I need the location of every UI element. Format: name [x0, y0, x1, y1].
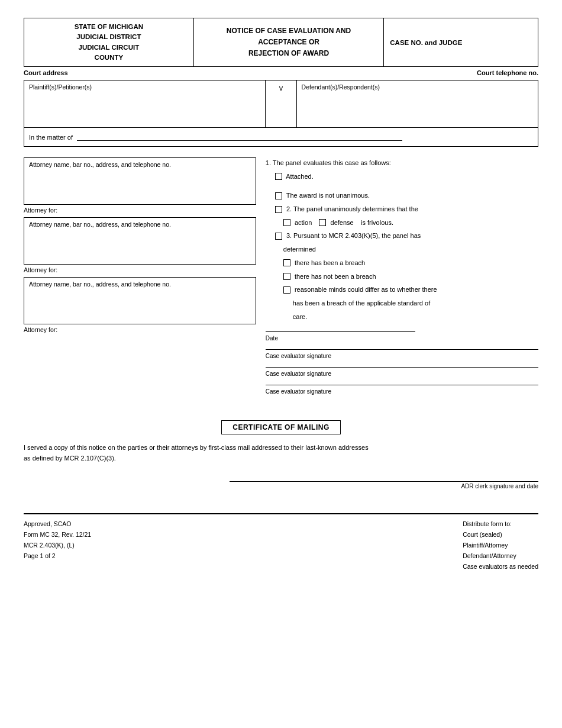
checkbox-action	[283, 219, 290, 226]
panel-item2: 2. The panel unanimously determines that…	[275, 204, 538, 215]
header-middle-line1: NOTICE OF CASE EVALUATION AND	[227, 27, 351, 35]
header-left: STATE OF MICHIGAN JUDICIAL DISTRICT JUDI…	[24, 18, 194, 67]
checkbox-no-breach	[283, 273, 290, 280]
attorney-for-3: Attorney for:	[24, 324, 256, 337]
panel-column: 1. The panel evaluates this case as foll…	[266, 157, 538, 402]
date-label: Date	[266, 333, 538, 343]
sig-label-3: Case evaluator signature	[266, 386, 538, 397]
footer-defendant-atty: Defendant/Attorney	[463, 551, 538, 562]
sig-label-2: Case evaluator signature	[266, 369, 538, 379]
attorney-box-label-2: Attorney name, bar no., address, and tel…	[29, 221, 171, 228]
footer-distribute: Distribute form to:	[463, 519, 538, 530]
panel-item1-attached: Attached.	[275, 171, 538, 182]
panel-attached-label: Attached.	[286, 173, 313, 180]
cert-title: CERTIFICATE OF MAILING	[221, 420, 340, 434]
court-address-row: Court address Court telephone no.	[24, 69, 538, 76]
adr-sig-area: ADR clerk signature and date	[24, 481, 538, 489]
sig-line-2	[266, 367, 538, 368]
matter-label: In the matter of	[29, 134, 73, 141]
header-left-line4: COUNTY	[95, 54, 124, 61]
header-left-line2: JUDICIAL DISTRICT	[76, 33, 141, 40]
checkbox-item3	[275, 233, 282, 240]
panel-item2-options: action defense is frivolous.	[283, 217, 538, 228]
attorney-box-2: Attorney name, bar no., address, and tel…	[24, 217, 256, 265]
sig-label-1: Case evaluator signature	[266, 351, 538, 361]
footer-form: Form MC 32, Rev. 12/21	[24, 530, 91, 540]
court-telephone-label: Court telephone no.	[477, 69, 538, 76]
attorney-for-1: Attorney for:	[24, 205, 256, 217]
panel-unanimous: The award is not unanimous.	[275, 190, 538, 201]
checkbox-attached	[275, 173, 282, 180]
panel-item3-reasonable: reasonable minds could differ as to whet…	[283, 284, 538, 295]
panel-section: 1. The panel evaluates this case as foll…	[266, 157, 538, 397]
panel-no-breach-label: there has not been a breach	[295, 273, 376, 280]
footer-left: Approved, SCAO Form MC 32, Rev. 12/21 MC…	[24, 519, 91, 572]
attorney-for-label-3: Attorney for:	[24, 326, 57, 333]
adr-sig-line	[230, 481, 538, 482]
plaintiff-label: Plaintiff(s)/Petitioner(s)	[29, 83, 92, 91]
panel-item3-breach: there has been a breach	[283, 257, 538, 269]
sig-line-1	[266, 349, 538, 350]
panel-determined-label: determined	[283, 246, 316, 253]
footer-court: Court (sealed)	[463, 530, 538, 540]
panel-breach-label: there has been a breach	[295, 259, 365, 266]
matter-underline	[77, 133, 402, 141]
attorney-box-label-1: Attorney name, bar no., address, and tel…	[29, 161, 171, 168]
panel-item3-care: care.	[293, 311, 538, 323]
cert-body-2: as defined by MCR 2.107(C)(3).	[24, 455, 116, 462]
header-middle: NOTICE OF CASE EVALUATION AND ACCEPTANCE…	[193, 18, 384, 67]
sig-section: Date Case evaluator signature Case evalu…	[266, 331, 538, 397]
footer: Approved, SCAO Form MC 32, Rev. 12/21 MC…	[24, 513, 538, 572]
attorney-for-label-2: Attorney for:	[24, 266, 57, 273]
sig-line-3	[266, 385, 538, 385]
cert-body: I served a copy of this notice on the pa…	[24, 443, 538, 463]
attorney-box-label-3: Attorney name, bar no., address, and tel…	[29, 281, 171, 288]
cert-body-1: I served a copy of this notice on the pa…	[24, 444, 369, 451]
versus-symbol: v	[279, 83, 283, 92]
header-left-line3: JUDICIAL CIRCUIT	[79, 44, 140, 51]
footer-right: Distribute form to: Court (sealed) Plain…	[463, 519, 538, 572]
parties-table: Plaintiff(s)/Petitioner(s) v Defendant(s…	[24, 80, 538, 147]
panel-item3-no-breach: there has not been a breach	[283, 271, 538, 282]
panel-care-label: care.	[293, 313, 307, 320]
page-wrapper: STATE OF MICHIGAN JUDICIAL DISTRICT JUDI…	[24, 18, 538, 572]
panel-item3: 3. Pursuant to MCR 2.403(K)(5), the pane…	[275, 230, 538, 241]
header-table: STATE OF MICHIGAN JUDICIAL DISTRICT JUDI…	[24, 18, 538, 67]
checkbox-unanimous	[275, 192, 282, 199]
panel-reasonable2-label: has been a breach of the applicable stan…	[293, 299, 430, 307]
section2: Attorney name, bar no., address, and tel…	[24, 157, 538, 402]
panel-item1: 1. The panel evaluates this case as foll…	[266, 157, 538, 169]
adr-sig-label: ADR clerk signature and date	[230, 483, 538, 489]
panel-reasonable-label: reasonable minds could differ as to whet…	[295, 286, 437, 293]
v-cell: v	[266, 80, 296, 128]
panel-defense-label: defense	[331, 219, 354, 226]
attorneys-column: Attorney name, bar no., address, and tel…	[24, 157, 256, 402]
checkbox-defense	[319, 219, 326, 226]
attorney-box-3: Attorney name, bar no., address, and tel…	[24, 277, 256, 324]
cert-section: CERTIFICATE OF MAILING	[24, 420, 538, 434]
attorney-box-1: Attorney name, bar no., address, and tel…	[24, 157, 256, 205]
checkbox-item2	[275, 206, 282, 213]
footer-evaluators: Case evaluators as needed	[463, 562, 538, 572]
footer-page: Page 1 of 2	[24, 551, 91, 562]
footer-approved: Approved, SCAO	[24, 519, 91, 530]
footer-mcr: MCR 2.403(K), (L)	[24, 540, 91, 551]
panel-action-label: action	[295, 219, 312, 226]
court-address-label: Court address	[24, 69, 68, 76]
plaintiff-cell: Plaintiff(s)/Petitioner(s)	[24, 80, 266, 128]
panel-item1-label: 1. The panel evaluates this case as foll…	[266, 159, 391, 166]
checkbox-reasonable	[283, 286, 290, 294]
checkbox-breach	[283, 259, 290, 266]
panel-item3-label: 3. Pursuant to MCR 2.403(K)(5), the pane…	[286, 232, 421, 239]
header-middle-line2: ACCEPTANCE OR	[258, 38, 319, 46]
panel-item3-reasonable2: has been a breach of the applicable stan…	[293, 298, 538, 309]
defendant-cell: Defendant(s)/Respondent(s)	[296, 80, 538, 128]
panel-unanimous-label: The award is not unanimous.	[286, 192, 370, 199]
panel-item3-determined: determined	[283, 244, 538, 255]
header-left-line1: STATE OF MICHIGAN	[75, 23, 143, 30]
attorney-for-label-1: Attorney for:	[24, 207, 57, 214]
case-no-judge-label: CASE NO. and JUDGE	[390, 39, 462, 46]
panel-frivolous-label: is frivolous.	[361, 219, 393, 226]
attorney-for-2: Attorney for:	[24, 265, 256, 277]
date-line	[266, 331, 416, 332]
